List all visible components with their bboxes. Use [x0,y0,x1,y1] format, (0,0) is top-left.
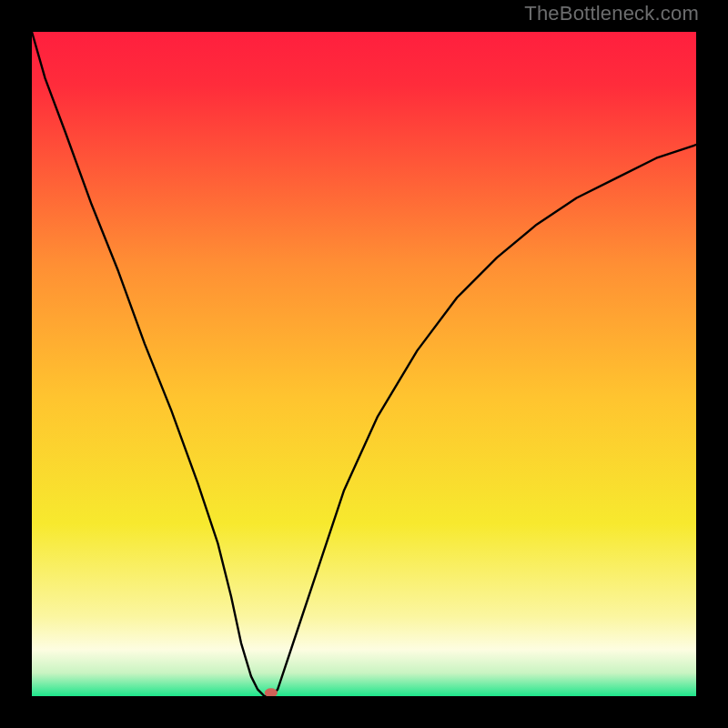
bottleneck-chart [32,32,696,696]
gradient-background [32,32,696,696]
chart-frame: TheBottleneck.com [0,0,728,728]
watermark-text: TheBottleneck.com [524,2,699,25]
